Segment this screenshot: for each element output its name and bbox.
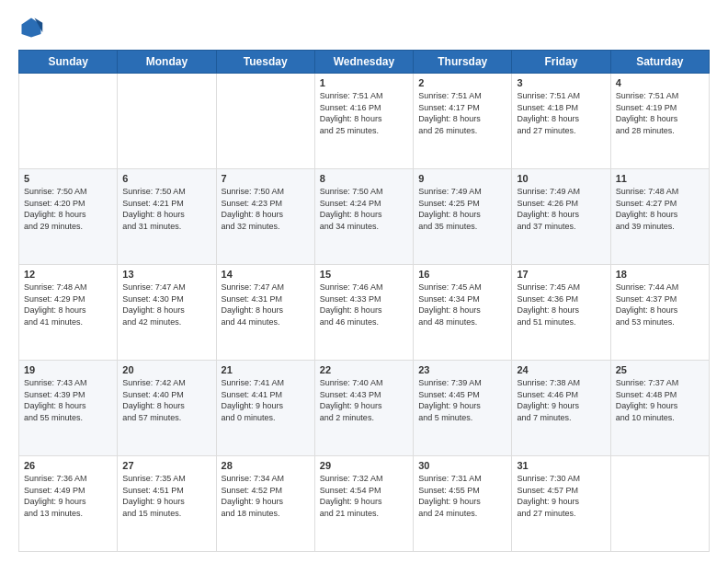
day-number: 7 — [222, 173, 310, 184]
page: SundayMondayTuesdayWednesdayThursdayFrid… — [0, 0, 728, 563]
calendar-cell: 3Sunrise: 7:51 AM Sunset: 4:18 PM Daylig… — [512, 74, 610, 169]
calendar-cell: 12Sunrise: 7:48 AM Sunset: 4:29 PM Dayli… — [19, 265, 118, 361]
calendar-header-monday: Monday — [118, 51, 216, 74]
calendar-cell: 20Sunrise: 7:42 AM Sunset: 4:40 PM Dayli… — [118, 361, 216, 456]
day-number: 8 — [320, 173, 408, 184]
day-data: Sunrise: 7:50 AM Sunset: 4:21 PM Dayligh… — [122, 186, 210, 232]
header — [18, 15, 710, 40]
calendar-cell: 18Sunrise: 7:44 AM Sunset: 4:37 PM Dayli… — [610, 265, 709, 361]
calendar-cell: 9Sunrise: 7:49 AM Sunset: 4:25 PM Daylig… — [414, 169, 512, 265]
calendar-cell: 16Sunrise: 7:45 AM Sunset: 4:34 PM Dayli… — [414, 265, 512, 361]
day-data: Sunrise: 7:49 AM Sunset: 4:25 PM Dayligh… — [418, 186, 506, 232]
calendar-week-5: 26Sunrise: 7:36 AM Sunset: 4:49 PM Dayli… — [19, 456, 710, 552]
day-number: 2 — [418, 77, 506, 88]
calendar-cell: 26Sunrise: 7:36 AM Sunset: 4:49 PM Dayli… — [19, 456, 118, 552]
day-number: 16 — [418, 269, 506, 280]
day-number: 4 — [616, 77, 704, 88]
day-number: 31 — [517, 460, 605, 471]
day-data: Sunrise: 7:51 AM Sunset: 4:17 PM Dayligh… — [418, 90, 506, 136]
calendar-cell — [118, 74, 216, 169]
calendar-week-2: 5Sunrise: 7:50 AM Sunset: 4:20 PM Daylig… — [19, 169, 710, 265]
day-data: Sunrise: 7:45 AM Sunset: 4:36 PM Dayligh… — [517, 282, 605, 327]
calendar-cell: 14Sunrise: 7:47 AM Sunset: 4:31 PM Dayli… — [216, 265, 314, 361]
day-data: Sunrise: 7:46 AM Sunset: 4:33 PM Dayligh… — [320, 282, 408, 327]
day-number: 3 — [517, 77, 605, 88]
calendar-cell: 27Sunrise: 7:35 AM Sunset: 4:51 PM Dayli… — [118, 456, 216, 552]
day-number: 14 — [222, 269, 310, 280]
calendar-week-4: 19Sunrise: 7:43 AM Sunset: 4:39 PM Dayli… — [19, 361, 710, 456]
day-number: 15 — [320, 269, 408, 280]
day-data: Sunrise: 7:37 AM Sunset: 4:48 PM Dayligh… — [616, 377, 704, 423]
day-data: Sunrise: 7:36 AM Sunset: 4:49 PM Dayligh… — [24, 473, 112, 519]
day-number: 6 — [122, 173, 210, 184]
calendar-cell: 19Sunrise: 7:43 AM Sunset: 4:39 PM Dayli… — [19, 361, 118, 456]
day-number: 26 — [24, 460, 112, 471]
day-data: Sunrise: 7:42 AM Sunset: 4:40 PM Dayligh… — [122, 377, 210, 423]
calendar-cell: 15Sunrise: 7:46 AM Sunset: 4:33 PM Dayli… — [314, 265, 413, 361]
calendar-cell: 24Sunrise: 7:38 AM Sunset: 4:46 PM Dayli… — [512, 361, 610, 456]
day-data: Sunrise: 7:39 AM Sunset: 4:45 PM Dayligh… — [418, 377, 506, 423]
day-data: Sunrise: 7:49 AM Sunset: 4:26 PM Dayligh… — [517, 186, 605, 232]
calendar-header-tuesday: Tuesday — [216, 51, 314, 74]
day-data: Sunrise: 7:41 AM Sunset: 4:41 PM Dayligh… — [222, 377, 310, 423]
calendar-cell: 2Sunrise: 7:51 AM Sunset: 4:17 PM Daylig… — [414, 74, 512, 169]
calendar-cell: 5Sunrise: 7:50 AM Sunset: 4:20 PM Daylig… — [19, 169, 118, 265]
day-data: Sunrise: 7:51 AM Sunset: 4:16 PM Dayligh… — [320, 90, 408, 136]
logo — [18, 15, 48, 40]
day-number: 23 — [418, 364, 506, 375]
calendar-cell: 22Sunrise: 7:40 AM Sunset: 4:43 PM Dayli… — [314, 361, 413, 456]
day-data: Sunrise: 7:43 AM Sunset: 4:39 PM Dayligh… — [24, 377, 112, 423]
day-number: 19 — [24, 364, 112, 375]
calendar-cell — [216, 74, 314, 169]
day-number: 22 — [320, 364, 408, 375]
day-data: Sunrise: 7:30 AM Sunset: 4:57 PM Dayligh… — [517, 473, 605, 519]
calendar-cell: 25Sunrise: 7:37 AM Sunset: 4:48 PM Dayli… — [610, 361, 709, 456]
day-data: Sunrise: 7:50 AM Sunset: 4:24 PM Dayligh… — [320, 186, 408, 232]
day-data: Sunrise: 7:50 AM Sunset: 4:23 PM Dayligh… — [222, 186, 310, 232]
day-number: 20 — [122, 364, 210, 375]
calendar-cell — [610, 456, 709, 552]
day-data: Sunrise: 7:48 AM Sunset: 4:29 PM Dayligh… — [24, 282, 112, 327]
calendar-header-saturday: Saturday — [610, 51, 709, 74]
day-data: Sunrise: 7:45 AM Sunset: 4:34 PM Dayligh… — [418, 282, 506, 327]
day-data: Sunrise: 7:44 AM Sunset: 4:37 PM Dayligh… — [616, 282, 704, 327]
calendar-cell: 10Sunrise: 7:49 AM Sunset: 4:26 PM Dayli… — [512, 169, 610, 265]
calendar-cell: 31Sunrise: 7:30 AM Sunset: 4:57 PM Dayli… — [512, 456, 610, 552]
day-data: Sunrise: 7:34 AM Sunset: 4:52 PM Dayligh… — [222, 473, 310, 519]
day-data: Sunrise: 7:51 AM Sunset: 4:18 PM Dayligh… — [517, 90, 605, 136]
calendar-header-thursday: Thursday — [414, 51, 512, 74]
day-number: 21 — [222, 364, 310, 375]
day-data: Sunrise: 7:47 AM Sunset: 4:31 PM Dayligh… — [222, 282, 310, 327]
day-number: 18 — [616, 269, 704, 280]
day-number: 29 — [320, 460, 408, 471]
day-number: 11 — [616, 173, 704, 184]
calendar-cell: 11Sunrise: 7:48 AM Sunset: 4:27 PM Dayli… — [610, 169, 709, 265]
day-data: Sunrise: 7:48 AM Sunset: 4:27 PM Dayligh… — [616, 186, 704, 232]
day-number: 5 — [24, 173, 112, 184]
calendar-cell: 28Sunrise: 7:34 AM Sunset: 4:52 PM Dayli… — [216, 456, 314, 552]
day-data: Sunrise: 7:51 AM Sunset: 4:19 PM Dayligh… — [616, 90, 704, 136]
calendar-cell: 13Sunrise: 7:47 AM Sunset: 4:30 PM Dayli… — [118, 265, 216, 361]
calendar-cell — [19, 74, 118, 169]
day-number: 17 — [517, 269, 605, 280]
calendar-cell: 17Sunrise: 7:45 AM Sunset: 4:36 PM Dayli… — [512, 265, 610, 361]
calendar-cell: 7Sunrise: 7:50 AM Sunset: 4:23 PM Daylig… — [216, 169, 314, 265]
day-number: 10 — [517, 173, 605, 184]
day-data: Sunrise: 7:35 AM Sunset: 4:51 PM Dayligh… — [122, 473, 210, 519]
day-data: Sunrise: 7:47 AM Sunset: 4:30 PM Dayligh… — [122, 282, 210, 327]
day-data: Sunrise: 7:32 AM Sunset: 4:54 PM Dayligh… — [320, 473, 408, 519]
calendar-cell: 23Sunrise: 7:39 AM Sunset: 4:45 PM Dayli… — [414, 361, 512, 456]
day-number: 30 — [418, 460, 506, 471]
day-data: Sunrise: 7:40 AM Sunset: 4:43 PM Dayligh… — [320, 377, 408, 423]
day-data: Sunrise: 7:50 AM Sunset: 4:20 PM Dayligh… — [24, 186, 112, 232]
day-data: Sunrise: 7:38 AM Sunset: 4:46 PM Dayligh… — [517, 377, 605, 423]
calendar-header-sunday: Sunday — [19, 51, 118, 74]
calendar-cell: 29Sunrise: 7:32 AM Sunset: 4:54 PM Dayli… — [314, 456, 413, 552]
calendar-week-1: 1Sunrise: 7:51 AM Sunset: 4:16 PM Daylig… — [19, 74, 710, 169]
calendar-header-wednesday: Wednesday — [314, 51, 413, 74]
calendar-cell: 8Sunrise: 7:50 AM Sunset: 4:24 PM Daylig… — [314, 169, 413, 265]
day-data: Sunrise: 7:31 AM Sunset: 4:55 PM Dayligh… — [418, 473, 506, 519]
day-number: 13 — [122, 269, 210, 280]
calendar: SundayMondayTuesdayWednesdayThursdayFrid… — [18, 50, 710, 552]
day-number: 27 — [122, 460, 210, 471]
